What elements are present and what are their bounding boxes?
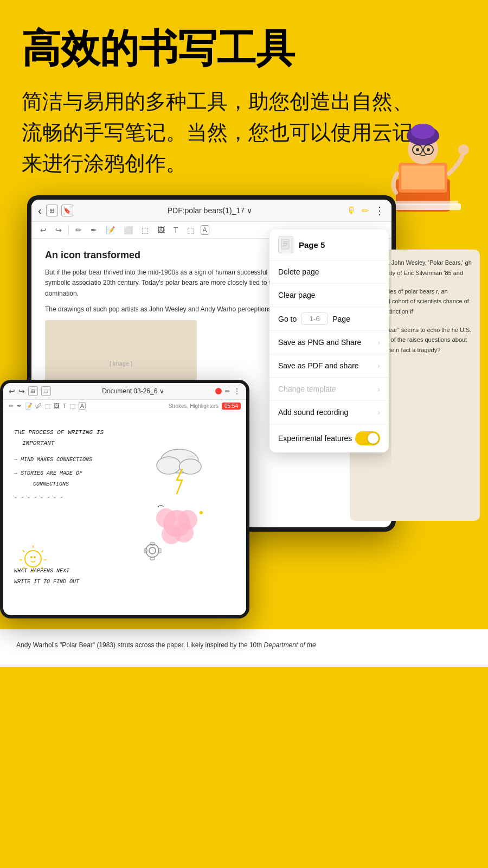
experimental-item[interactable]: Experimental features (269, 424, 389, 452)
sec-image[interactable]: 🖼 (54, 403, 60, 409)
add-sound-item[interactable]: Add sound recording › (269, 401, 389, 424)
recording-indicator (215, 388, 222, 394)
goto-page-label: Page (332, 315, 350, 323)
svg-text:THE PROCESS OF WRITING IS: THE PROCESS OF WRITING IS (14, 429, 104, 436)
sec-font[interactable]: A (79, 402, 86, 410)
goto-input[interactable] (301, 312, 328, 325)
handwriting-svg: THE PROCESS OF WRITING IS IMPORTANT → MI… (11, 418, 246, 602)
sec-select[interactable]: ⬚ (45, 403, 50, 410)
lasso-tool[interactable]: ⬚ (185, 225, 196, 235)
document-title[interactable]: PDF:polar bears(1)_17 ∨ (78, 206, 342, 215)
svg-text:- - - - - - - -: - - - - - - - - (14, 495, 63, 501)
svg-point-44 (30, 556, 33, 558)
sec-textbox[interactable]: T (63, 403, 67, 409)
svg-rect-14 (281, 239, 289, 249)
clear-page-item[interactable]: Clear page (269, 284, 389, 307)
dropdown-header: Page 5 (269, 229, 389, 260)
experimental-label: Experimental features (278, 434, 352, 443)
svg-point-34 (200, 511, 203, 514)
svg-text:→ MIND MAKES CONNECTIONS: → MIND MAKES CONNECTIONS (14, 457, 92, 463)
pencil-tool[interactable]: ✒ (88, 225, 99, 235)
sec-pencil[interactable]: ✒ (17, 403, 22, 410)
svg-point-10 (427, 148, 430, 151)
sec-pen[interactable]: ✏ (9, 403, 14, 410)
save-png-chevron: › (377, 338, 380, 347)
pen-tool[interactable]: ✏ (73, 225, 84, 235)
timer-badge: 05:54 (222, 403, 241, 410)
undo-button[interactable]: ↩ (38, 225, 49, 235)
add-sound-label: Add sound recording (278, 408, 348, 417)
secondary-doc-title[interactable]: Document 03-26_6 ∨ (54, 387, 212, 395)
save-png-label: Save as PNG and Share (278, 338, 361, 347)
svg-text:→ STORIES ARE MADE OF: → STORIES ARE MADE OF (14, 470, 83, 476)
save-pdf-chevron: › (377, 361, 380, 370)
secondary-drawing-toolbar: ✏ ✒ 📝 🖊 ⬚ 🖼 T ⬚ A Strokes, Highlighters … (3, 400, 246, 412)
change-template-label: Change template (278, 385, 336, 393)
secondary-toolbar: ↩ ↪ ⊞ □ Document 03-26_6 ∨ ✏ ⋮ (3, 383, 246, 400)
select-tool[interactable]: ⬚ (139, 225, 151, 235)
sec-highlighter[interactable]: 🖊 (36, 403, 42, 409)
toolbar-right: 🎙 ✏ ⋮ (346, 204, 385, 217)
svg-point-5 (411, 124, 435, 139)
marker-tool[interactable]: 📝 (104, 225, 117, 235)
bottom-dept-text: Department of the (264, 641, 316, 649)
eraser-tool[interactable]: ⬜ (121, 225, 135, 235)
svg-line-43 (23, 550, 24, 552)
bottom-caption: Andy Warhol's "Polar Bear" (1983) struts… (16, 640, 472, 650)
delete-page-label: Delete page (278, 267, 319, 276)
save-pdf-label: Save as PDF and share (278, 361, 359, 370)
secondary-redo[interactable]: ↪ (18, 387, 25, 395)
change-template-item[interactable]: Change template › (269, 378, 389, 401)
svg-text:IMPORTANT: IMPORTANT (22, 440, 55, 446)
sec-lasso[interactable]: ⬚ (70, 403, 75, 410)
toolbar-icons: ⊞ 🔖 (46, 205, 73, 216)
back-button[interactable]: ‹ (38, 205, 42, 217)
svg-point-9 (416, 148, 419, 151)
dropdown-menu: Page 5 Delete page Clear page Go to P (269, 229, 389, 452)
redo-button[interactable]: ↪ (53, 225, 64, 235)
font-tool[interactable]: A (201, 225, 209, 235)
more-button[interactable]: ⋮ (374, 204, 385, 217)
svg-text:WRITE IT TO FIND OUT: WRITE IT TO FIND OUT (14, 579, 80, 585)
mic-icon[interactable]: 🎙 (346, 205, 356, 216)
toggle-knob (368, 433, 378, 444)
change-template-chevron: › (377, 385, 380, 393)
tablet-area: ‹ ⊞ 🔖 PDF:polar bears(1)_17 ∨ 🎙 ✏ ⋮ ↩ (0, 195, 488, 629)
pen-icon[interactable]: ✏ (362, 206, 369, 216)
subtitle-text: 简洁与易用的多种工具，助您创造出自然、流畅的手写笔记。当然，您也可以使用云记来进… (22, 86, 418, 179)
secondary-undo[interactable]: ↩ (9, 387, 15, 395)
image-tool[interactable]: 🖼 (155, 225, 167, 235)
save-pdf-item[interactable]: Save as PDF and share › (269, 354, 389, 378)
goto-row: Go to Page (269, 307, 389, 331)
bookmark-icon[interactable]: 🔖 (61, 205, 73, 216)
bottom-section: Andy Warhol's "Polar Bear" (1983) struts… (0, 629, 488, 667)
secondary-bookmark-icon[interactable]: □ (41, 386, 51, 396)
main-title: 高效的书写工具 (22, 27, 466, 70)
svg-rect-2 (401, 165, 445, 189)
svg-text:WHAT HAPPENS NEXT: WHAT HAPPENS NEXT (14, 568, 70, 574)
more-button-secondary[interactable]: ⋮ (233, 387, 241, 395)
save-png-item[interactable]: Save as PNG and Share › (269, 331, 389, 354)
experimental-toggle[interactable] (355, 431, 380, 445)
goto-label: Go to (278, 315, 297, 323)
svg-point-47 (149, 547, 156, 554)
grid-icon[interactable]: ⊞ (46, 205, 58, 216)
svg-text:CONNECTIONS: CONNECTIONS (33, 481, 69, 487)
dropdown-page-title: Page 5 (299, 240, 325, 250)
add-sound-chevron: › (377, 408, 380, 417)
svg-point-46 (146, 544, 159, 557)
clear-page-label: Clear page (278, 291, 316, 299)
svg-point-35 (25, 551, 41, 567)
text-box-tool[interactable]: T (171, 225, 181, 235)
header-section: 高效的书写工具 简洁与易用的多种工具，助您创造出自然、流畅的手写笔记。当然，您也… (0, 0, 488, 190)
page-icon (278, 236, 293, 253)
pen-icon-secondary[interactable]: ✏ (225, 388, 230, 395)
secondary-grid-icon[interactable]: ⊞ (28, 386, 38, 396)
sec-marker[interactable]: 📝 (25, 403, 33, 410)
svg-point-27 (157, 457, 181, 474)
delete-page-item[interactable]: Delete page (269, 260, 389, 284)
secondary-content: THE PROCESS OF WRITING IS IMPORTANT → MI… (3, 412, 246, 609)
main-toolbar: ‹ ⊞ 🔖 PDF:polar bears(1)_17 ∨ 🎙 ✏ ⋮ (31, 200, 391, 222)
image-placeholder: [ image ] (110, 360, 132, 367)
bottom-caption-text: Andy Warhol's "Polar Bear" (1983) struts… (16, 641, 262, 649)
